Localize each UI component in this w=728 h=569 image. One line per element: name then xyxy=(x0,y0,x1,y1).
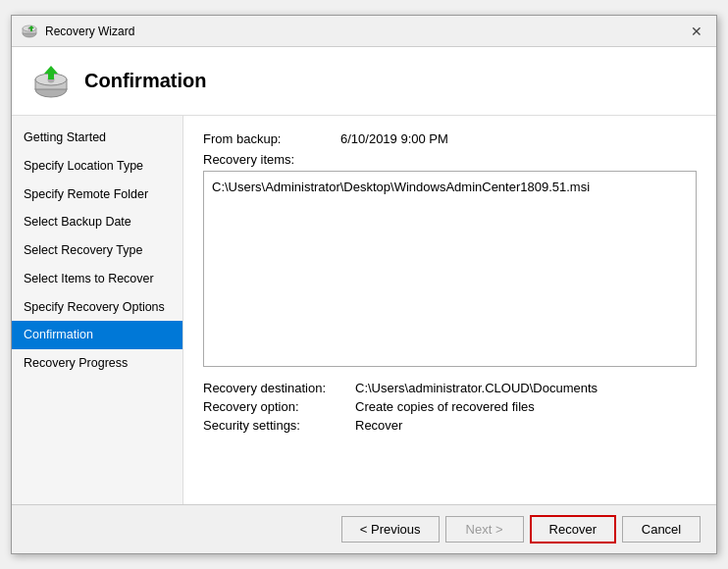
sidebar-item-backup-date[interactable]: Select Backup Date xyxy=(12,208,182,236)
recovery-destination-row: Recovery destination: C:\Users\administr… xyxy=(203,381,697,395)
from-backup-value: 6/10/2019 9:00 PM xyxy=(340,131,448,146)
title-bar: Recovery Wizard ✕ xyxy=(12,16,716,47)
sidebar-item-items-to-recover[interactable]: Select Items to Recover xyxy=(12,265,182,293)
header-title: Confirmation xyxy=(84,70,206,92)
recovery-items-label: Recovery items: xyxy=(203,152,697,167)
header-icon xyxy=(31,62,71,101)
sidebar-item-recovery-options[interactable]: Specify Recovery Options xyxy=(12,293,182,322)
next-button[interactable]: Next > xyxy=(445,516,524,543)
sidebar-item-getting-started[interactable]: Getting Started xyxy=(12,124,182,152)
recovery-destination-value: C:\Users\administrator.CLOUD\Documents xyxy=(355,381,598,395)
recovery-items-box: C:\Users\Administrator\Desktop\WindowsAd… xyxy=(203,171,697,367)
title-bar-title: Recovery Wizard xyxy=(45,25,134,38)
security-settings-row: Security settings: Recover xyxy=(203,418,697,433)
header-area: Confirmation xyxy=(12,47,716,116)
previous-button[interactable]: < Previous xyxy=(341,516,440,543)
sidebar-item-recovery-type[interactable]: Select Recovery Type xyxy=(12,236,182,265)
recover-button[interactable]: Recover xyxy=(530,515,616,543)
from-backup-row: From backup: 6/10/2019 9:00 PM xyxy=(203,131,697,146)
sidebar-item-recovery-progress[interactable]: Recovery Progress xyxy=(12,349,182,378)
close-button[interactable]: ✕ xyxy=(687,22,706,41)
body-area: Getting Started Specify Location Type Sp… xyxy=(12,116,716,504)
footer: < Previous Next > Recover Cancel xyxy=(12,504,716,553)
sidebar-item-location-type[interactable]: Specify Location Type xyxy=(12,152,182,181)
sidebar-item-remote-folder[interactable]: Specify Remote Folder xyxy=(12,181,182,209)
security-settings-value: Recover xyxy=(355,418,402,433)
recovery-items-path: C:\Users\Administrator\Desktop\WindowsAd… xyxy=(212,180,590,194)
title-bar-icon xyxy=(22,24,37,39)
sidebar: Getting Started Specify Location Type Sp… xyxy=(12,116,183,504)
from-backup-label: From backup: xyxy=(203,131,340,146)
bottom-info: Recovery destination: C:\Users\administr… xyxy=(203,381,697,433)
security-settings-label: Security settings: xyxy=(203,418,355,433)
recovery-option-value: Create copies of recovered files xyxy=(355,399,535,414)
recovery-destination-label: Recovery destination: xyxy=(203,381,355,395)
recovery-option-row: Recovery option: Create copies of recove… xyxy=(203,399,697,414)
recovery-wizard-window: Recovery Wizard ✕ Confirmation Getting S… xyxy=(11,15,717,554)
main-content: From backup: 6/10/2019 9:00 PM Recovery … xyxy=(183,116,716,504)
cancel-button[interactable]: Cancel xyxy=(622,516,701,543)
recovery-option-label: Recovery option: xyxy=(203,399,355,414)
sidebar-item-confirmation[interactable]: Confirmation xyxy=(12,321,182,349)
title-bar-left: Recovery Wizard xyxy=(22,24,134,39)
